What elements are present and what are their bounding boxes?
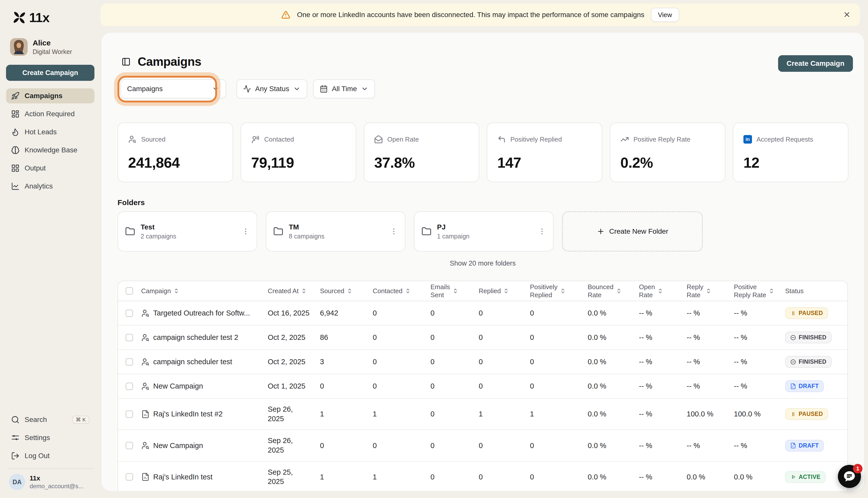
column-header-positively-replied[interactable]: PositivelyReplied <box>530 283 588 299</box>
status-filter-value: Any Status <box>255 85 289 93</box>
column-header-positive-reply-rate[interactable]: PositiveReply Rate <box>734 283 785 299</box>
table-row-raj-s-linkedin-test[interactable]: Raj's LinkedIn testSep 25, 2025110000.0 … <box>118 462 847 491</box>
folder-name: PJ <box>437 223 469 231</box>
plus-icon <box>597 227 605 235</box>
created-at: Sep 25, 2025 <box>268 462 320 491</box>
column-header-contacted[interactable]: Contacted <box>373 287 430 295</box>
campaign-name: Targeted Outreach for Softw... <box>153 303 268 323</box>
folder-card-tm[interactable]: TM 8 campaigns <box>266 211 405 251</box>
row-checkbox[interactable] <box>118 473 141 481</box>
cell-emails-sent: 0 <box>430 352 479 372</box>
created-at: Oct 1, 2025 <box>268 376 320 397</box>
column-header-open-rate[interactable]: OpenRate <box>639 283 687 299</box>
show-more-folders-link[interactable]: Show 20 more folders <box>102 260 864 267</box>
time-filter-value: All Time <box>332 85 357 93</box>
type-filter-select[interactable]: Campaigns <box>120 79 226 99</box>
stat-card-accepted-requests: inAccepted Requests 12 <box>733 122 848 182</box>
table-row-targeted-outreach-for-softw[interactable]: Targeted Outreach for Softw...Oct 16, 20… <box>118 301 847 326</box>
row-checkbox[interactable] <box>118 358 141 366</box>
sidebar-item-analytics[interactable]: Analytics <box>6 179 94 194</box>
column-header-created-at[interactable]: Created At <box>268 287 320 295</box>
sidebar-item-log-out[interactable]: Log Out <box>6 448 94 463</box>
folder-name: Test <box>141 223 176 231</box>
cell-emails-sent: 0 <box>430 435 479 456</box>
column-header-reply-rate[interactable]: ReplyRate <box>687 283 734 299</box>
stat-label: Positive Reply Rate <box>633 135 690 143</box>
sidebar-create-campaign-button[interactable]: Create Campaign <box>6 65 94 81</box>
cell-sourced: 0 <box>320 435 373 456</box>
log-out-icon <box>11 451 20 460</box>
folder-count: 1 campaign <box>437 233 469 240</box>
cell-positively-replied: 1 <box>530 404 588 424</box>
panel-left-icon[interactable] <box>121 57 131 66</box>
folder-icon <box>422 226 431 236</box>
stat-label: Accepted Requests <box>756 135 813 143</box>
cell-emails-sent: 0 <box>430 376 479 396</box>
column-header-sourced[interactable]: Sourced <box>320 287 373 295</box>
cell-positive-reply-rate: -- % <box>734 352 785 372</box>
cell-contacted: 0 <box>373 352 430 372</box>
status-badge: ACTIVE <box>785 471 826 483</box>
table-row-raj-s-linkedin-test-2[interactable]: Raj's LinkedIn test #2Sep 26, 2025110110… <box>118 398 847 430</box>
cell-replied: 0 <box>479 352 530 372</box>
cell-replied: 0 <box>479 467 530 487</box>
user-search-icon <box>128 135 137 144</box>
column-header-emails-sent[interactable]: EmailsSent <box>430 283 479 299</box>
select-all-checkbox[interactable] <box>118 287 141 295</box>
banner-view-button[interactable]: View <box>651 8 679 22</box>
sidebar-item-campaigns[interactable]: Campaigns <box>6 88 94 103</box>
column-header-campaign[interactable]: Campaign <box>141 287 268 295</box>
banner-message: One or more LinkedIn accounts have been … <box>297 11 644 19</box>
sidebar-item-search[interactable]: Search⌘ K <box>6 412 94 427</box>
folder-menu-icon[interactable] <box>242 227 250 235</box>
table-row-new-campaign[interactable]: New CampaignSep 26, 2025000000.0 %-- %--… <box>118 430 847 461</box>
page-title: Campaigns <box>138 55 201 68</box>
activity-icon <box>243 85 251 93</box>
row-checkbox[interactable] <box>118 310 141 317</box>
row-checkbox[interactable] <box>118 382 141 390</box>
sort-icon <box>616 288 622 294</box>
folder-menu-icon[interactable] <box>390 227 398 235</box>
cell-positive-reply-rate: -- % <box>734 327 785 348</box>
flame-icon <box>11 128 20 136</box>
cell-emails-sent: 0 <box>430 327 479 348</box>
cell-bounced-rate: 0.0 % <box>588 435 639 456</box>
table-row-campaign-scheduler-test-2[interactable]: campaign scheduler test 2Oct 2, 20258600… <box>118 326 847 350</box>
account-switcher[interactable]: DA 11x demo_account@s... <box>9 474 94 490</box>
sort-icon <box>657 288 663 294</box>
sidebar-footer-nav: Search⌘ KSettingsLog Out <box>6 412 94 463</box>
row-checkbox[interactable] <box>118 410 141 418</box>
column-header-replied[interactable]: Replied <box>479 287 530 295</box>
time-filter-select[interactable]: All Time <box>313 79 375 99</box>
column-header-bounced-rate[interactable]: BouncedRate <box>588 283 639 299</box>
create-campaign-button[interactable]: Create Campaign <box>778 55 853 72</box>
sidebar-item-output[interactable]: Output <box>6 161 94 176</box>
cell-open-rate: -- % <box>639 327 687 348</box>
folder-menu-icon[interactable] <box>538 227 546 235</box>
sidebar-item-hot-leads[interactable]: Hot Leads <box>6 124 94 140</box>
folder-card-pj[interactable]: PJ 1 campaign <box>414 211 554 251</box>
cell-bounced-rate: 0.0 % <box>588 376 639 396</box>
user-search-icon <box>141 441 153 450</box>
type-filter-value: Campaigns <box>127 85 163 93</box>
cell-contacted: 0 <box>373 376 430 396</box>
cell-replied: 0 <box>479 435 530 456</box>
folder-icon <box>273 226 283 236</box>
created-at: Sep 26, 2025 <box>268 398 320 430</box>
stat-label: Contacted <box>264 135 294 143</box>
row-checkbox[interactable] <box>118 442 141 449</box>
sidebar-item-settings[interactable]: Settings <box>6 430 94 445</box>
cell-reply-rate: -- % <box>687 327 734 348</box>
table-row-new-campaign[interactable]: New CampaignOct 1, 2025000000.0 %-- %-- … <box>118 374 847 398</box>
sidebar-item-action-required[interactable]: Action Required <box>6 106 94 121</box>
table-row-campaign-scheduler-test[interactable]: campaign scheduler testOct 2, 2025300000… <box>118 350 847 374</box>
banner-close-icon[interactable] <box>843 11 851 18</box>
row-checkbox[interactable] <box>118 334 141 341</box>
campaign-name: Raj's LinkedIn test <box>153 467 268 487</box>
status-filter-select[interactable]: Any Status <box>237 79 307 99</box>
create-new-folder-button[interactable]: Create New Folder <box>562 211 703 251</box>
cell-replied: 0 <box>479 303 530 323</box>
campaign-name: New Campaign <box>153 376 268 396</box>
sidebar-item-knowledge-base[interactable]: Knowledge Base <box>6 143 94 158</box>
folder-card-test[interactable]: Test 2 campaigns <box>118 211 257 251</box>
